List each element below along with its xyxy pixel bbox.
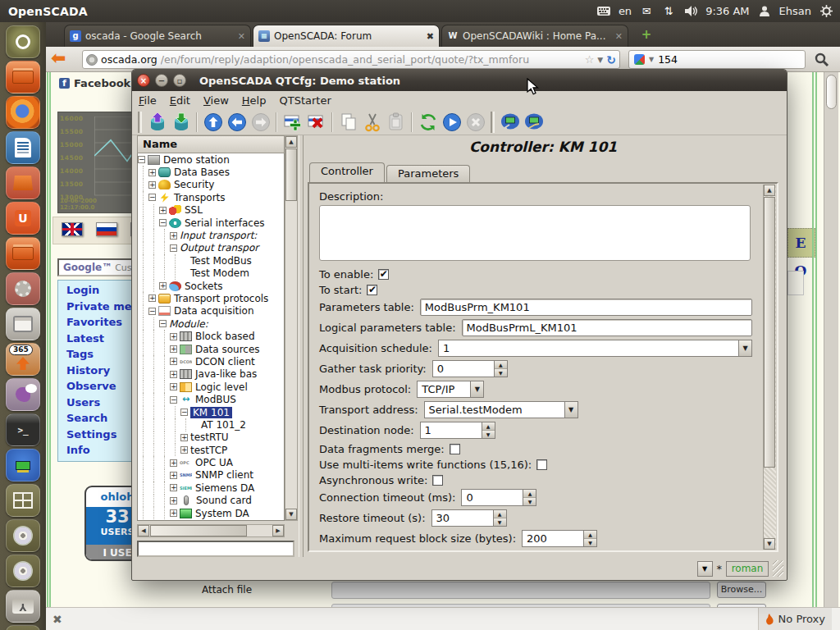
tree-item-label[interactable]: Output transpor (180, 242, 258, 253)
tree-item-label[interactable]: Transport protocols (174, 293, 268, 304)
tree-item-label[interactable]: System DA (195, 508, 249, 519)
content-vscroll-thumb[interactable] (764, 197, 775, 468)
launcher-item-ubuntu-one[interactable]: U (6, 202, 40, 235)
checkbox-to-start[interactable]: ✔ (367, 285, 377, 295)
tree-item-at-101-2[interactable]: AT 101_2 (138, 418, 284, 431)
collapse-icon[interactable]: − (180, 409, 188, 416)
expand-icon[interactable]: + (170, 509, 177, 517)
tree-item-transport-protocols[interactable]: +Transport protocols (138, 292, 284, 304)
qtstarter-configurator-button[interactable] (499, 111, 521, 133)
tree-item-label[interactable]: Siemens DA (195, 482, 254, 494)
combo-dropdown-icon[interactable]: ▼ (564, 401, 578, 418)
tree-item-label[interactable]: Data Bases (174, 167, 230, 178)
load-from-db-button[interactable] (146, 111, 168, 133)
spin-up-icon[interactable]: ▲ (494, 510, 506, 518)
scroll-down-button[interactable]: ▼ (285, 509, 297, 520)
launcher-item-openscada[interactable] (6, 449, 40, 482)
site-identity-icon[interactable] (86, 54, 98, 66)
tree-item-java-like-bas[interactable]: +Java-like bas (138, 368, 284, 381)
combo-modbus-protocol[interactable]: TCP/IP▼ (417, 381, 484, 398)
launcher-item-dash-home[interactable] (6, 25, 40, 58)
spin-down-icon[interactable]: ▼ (523, 498, 536, 505)
collapse-icon[interactable]: − (159, 219, 167, 226)
expand-icon[interactable]: + (170, 484, 177, 491)
expand-icon[interactable]: + (148, 181, 156, 189)
tree-item-label[interactable]: AT 101_2 (201, 419, 246, 431)
tree-item-label[interactable]: SNMP client (195, 469, 253, 481)
tree-item-testtcp[interactable]: +testTCP (138, 444, 284, 456)
menu-edit[interactable]: Edit (163, 93, 197, 108)
tree-item-modbus[interactable]: −↔ModBUS (138, 393, 284, 405)
spin-down-icon[interactable]: ▼ (495, 369, 507, 377)
tree-item-label[interactable]: Security (174, 179, 214, 190)
tree-item-output-transpor[interactable]: −Output transpor (138, 242, 284, 254)
expand-icon[interactable]: + (170, 459, 177, 467)
expand-icon[interactable]: + (170, 358, 177, 365)
tree-item-label[interactable]: Test ModBus (190, 255, 252, 267)
tree-item-label[interactable]: Block based (195, 331, 255, 342)
spin-arrows[interactable]: ▲▼ (482, 422, 495, 438)
status-dropdown-button[interactable]: ▼ (697, 561, 713, 577)
launcher-item-update-manager[interactable]: 365 (6, 343, 40, 376)
network-indicator-icon[interactable]: ⇅ (661, 4, 676, 19)
tree-item-snmp-client[interactable]: +SNMPSNMP client (138, 469, 284, 482)
tree-item-dcon-client[interactable]: +DCONDCON client (138, 355, 284, 368)
url-dropdown-icon[interactable]: ▼ (597, 56, 603, 64)
clock[interactable]: 9:36 AM (705, 5, 749, 17)
menu-file[interactable]: File (132, 93, 163, 108)
findbar-close-icon[interactable]: ✖ (52, 613, 62, 626)
launcher-item-libreoffice-writer[interactable] (6, 131, 40, 164)
launcher-item-workspace-switcher[interactable] (6, 484, 40, 517)
launcher-item-disc-2[interactable] (6, 555, 40, 587)
tree-item-label[interactable]: Demo station (163, 154, 230, 166)
input-parameters-table[interactable]: ModBusPrm_KM101 (420, 299, 752, 316)
window-maximize-button[interactable]: ▫ (173, 74, 186, 87)
expand-icon[interactable]: + (148, 169, 156, 176)
tree-item-ssl[interactable]: +SSL (138, 204, 284, 217)
browser-scrollbar[interactable] (824, 72, 838, 607)
launcher-item-disc-burner[interactable] (6, 519, 40, 552)
start-periodic-update-button[interactable] (441, 111, 463, 133)
launcher-item-usb-drive[interactable]: Y (6, 590, 40, 623)
tree-item-data-bases[interactable]: +Data Bases (138, 166, 284, 178)
tree-item-label[interactable]: Serial interfaces (185, 217, 265, 229)
tree-item-module-[interactable]: −Module: (138, 317, 284, 330)
launcher-item-pidgin[interactable] (6, 378, 40, 411)
tab-parameters[interactable]: Parameters (386, 165, 470, 182)
launcher-item-terminal[interactable]: >_ (6, 413, 40, 446)
panel-splitter[interactable] (299, 135, 304, 557)
collapse-icon[interactable]: − (170, 244, 177, 252)
checkbox-data-fragments-merge[interactable] (450, 444, 460, 454)
browser-tab-2[interactable]: ▦OpenSCADA: Forum✖ (253, 25, 440, 47)
tree-item-opc-ua[interactable]: +OPCOPC UA (138, 456, 284, 468)
tree-item-sockets[interactable]: +Sockets (138, 280, 284, 292)
spin-up-icon[interactable]: ▲ (584, 531, 596, 539)
collapse-icon[interactable]: − (159, 320, 167, 327)
tree-filter-input[interactable] (137, 541, 294, 557)
message-indicator-icon[interactable]: ✉ (639, 4, 654, 19)
tree-item-label[interactable]: SSL (185, 204, 203, 216)
add-item-button[interactable] (281, 111, 304, 133)
tree-item-label[interactable]: DCON client (195, 356, 255, 368)
expand-icon[interactable]: + (180, 446, 188, 454)
attach-file-input[interactable] (331, 582, 710, 599)
tree-vscroll-thumb[interactable] (285, 148, 297, 201)
session-gear-icon[interactable] (819, 4, 833, 19)
tree-item-label[interactable]: Data sources (195, 344, 260, 355)
tree-item-transports[interactable]: −Transports (138, 191, 284, 203)
back-button[interactable]: ⬅ (51, 49, 75, 69)
expand-icon[interactable]: + (170, 497, 177, 504)
toolbar-handle[interactable] (138, 112, 142, 133)
go-back-button[interactable] (226, 111, 248, 133)
tree-item-label[interactable]: Input transport: (180, 230, 257, 241)
new-tab-button[interactable]: + (637, 27, 656, 43)
browser-tab-1[interactable]: goscada - Google Search✕ (64, 25, 251, 47)
search-engine-dropdown-icon[interactable]: ▼ (649, 56, 654, 63)
expand-icon[interactable]: + (159, 207, 167, 214)
tree-item-label[interactable]: Sockets (185, 281, 222, 292)
collapse-icon[interactable]: − (138, 156, 145, 163)
tree-item-sound-card[interactable]: +Sound card (138, 495, 284, 507)
copy-item-button[interactable] (337, 111, 359, 133)
expand-icon[interactable]: + (170, 472, 177, 479)
tree-item-km-101[interactable]: −KM 101 (138, 406, 284, 418)
